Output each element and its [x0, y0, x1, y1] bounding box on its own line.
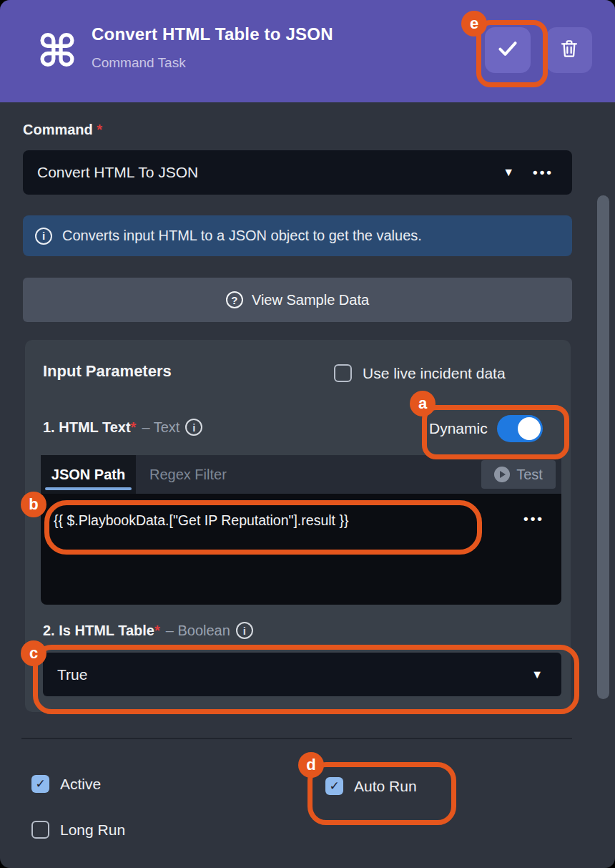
command-field-label: Command *: [23, 122, 102, 138]
param2-type-label: – Boolean: [166, 623, 230, 639]
chevron-down-icon[interactable]: ▼: [503, 166, 514, 179]
view-sample-data-label: View Sample Data: [252, 292, 369, 308]
param1-required-mark: *: [131, 419, 137, 435]
command-task-icon: ⌘: [29, 20, 86, 82]
auto-run-checkbox-row[interactable]: ✓ Auto Run: [325, 777, 417, 795]
long-run-checkbox-row[interactable]: Long Run: [31, 821, 125, 839]
test-button-label: Test: [516, 467, 543, 483]
auto-run-checkbox[interactable]: ✓: [325, 777, 343, 795]
param2-info-icon[interactable]: i: [236, 622, 253, 639]
view-sample-data-button[interactable]: ? View Sample Data: [23, 278, 572, 322]
annotation-badge-a: a: [410, 391, 436, 416]
command-select[interactable]: Convert HTML To JSON ▼ •••: [23, 150, 572, 195]
question-icon: ?: [226, 291, 243, 308]
chevron-down-icon[interactable]: ▼: [531, 668, 543, 681]
tab-regex-filter[interactable]: Regex Filter: [149, 455, 227, 494]
json-path-expression[interactable]: {{ $.PlaybookData.["Get IP Reputation"].…: [54, 512, 348, 529]
info-icon: i: [35, 228, 52, 245]
auto-run-label: Auto Run: [354, 778, 417, 795]
annotation-badge-e: e: [461, 11, 487, 36]
trash-icon: [558, 37, 581, 63]
expression-tabbar: JSON Path Regex Filter Test: [41, 455, 561, 494]
annotation-badge-d: d: [298, 752, 324, 778]
param1-label-row: 1. HTML Text* – Text i: [43, 419, 202, 436]
tab-json-path-label: JSON Path: [51, 467, 125, 483]
param2-name-text: 2. Is HTML Table: [43, 623, 154, 638]
dynamic-label: Dynamic: [429, 420, 488, 437]
command-description-banner: i Converts input HTML to a JSON object t…: [23, 215, 572, 256]
task-title: Convert HTML Table to JSON: [92, 24, 333, 44]
dynamic-toggle-group: Dynamic: [429, 415, 543, 442]
is-html-table-value: True: [57, 666, 531, 683]
param1-type-label: – Text: [142, 419, 179, 436]
editor-more-options-icon[interactable]: •••: [523, 511, 544, 527]
param2-name: 2. Is HTML Table*: [43, 623, 160, 639]
confirm-button[interactable]: [485, 27, 531, 73]
delete-button[interactable]: [546, 27, 592, 73]
command-select-value: Convert HTML To JSON: [37, 164, 503, 181]
task-type-label: Command Task: [92, 55, 186, 71]
play-icon: [494, 467, 510, 482]
active-label: Active: [60, 776, 101, 793]
tab-json-path[interactable]: JSON Path: [41, 455, 136, 494]
long-run-checkbox[interactable]: [31, 821, 49, 839]
more-options-icon[interactable]: •••: [533, 165, 554, 180]
annotation-badge-c: c: [21, 640, 46, 666]
json-path-editor[interactable]: {{ $.PlaybookData.["Get IP Reputation"].…: [41, 494, 561, 605]
param2-label-row: 2. Is HTML Table* – Boolean i: [43, 622, 253, 639]
command-description-text: Converts input HTML to a JSON object to …: [62, 228, 422, 244]
task-config-panel: ⌘ Convert HTML Table to JSON Command Tas…: [0, 0, 615, 868]
annotation-badge-b: b: [21, 492, 46, 517]
param1-info-icon[interactable]: i: [185, 419, 202, 436]
tab-regex-filter-label: Regex Filter: [149, 467, 227, 483]
use-live-incident-data-label: Use live incident data: [363, 365, 506, 382]
is-html-table-select[interactable]: True ▼: [43, 653, 561, 696]
active-tab-underline: [45, 487, 132, 490]
test-button[interactable]: Test: [481, 460, 556, 489]
input-parameters-title: Input Parameters: [43, 362, 172, 381]
footer-divider: [21, 738, 572, 739]
long-run-label: Long Run: [60, 821, 125, 839]
checkmark-icon: [496, 36, 520, 64]
vertical-scrollbar-thumb[interactable]: [597, 195, 609, 699]
dynamic-toggle[interactable]: [497, 415, 543, 442]
task-header: ⌘ Convert HTML Table to JSON Command Tas…: [0, 0, 615, 102]
param1-name: 1. HTML Text*: [43, 419, 136, 436]
use-live-incident-data-checkbox-row[interactable]: Use live incident data: [334, 364, 506, 382]
param1-name-text: 1. HTML Text: [43, 419, 131, 435]
command-required-mark: *: [97, 122, 102, 137]
param2-required-mark: *: [154, 623, 160, 638]
toggle-knob: [518, 417, 541, 440]
active-checkbox-row[interactable]: ✓ Active: [31, 775, 101, 793]
command-label-text: Command: [23, 122, 93, 137]
use-live-incident-data-checkbox[interactable]: [334, 364, 352, 382]
active-checkbox[interactable]: ✓: [31, 775, 49, 793]
